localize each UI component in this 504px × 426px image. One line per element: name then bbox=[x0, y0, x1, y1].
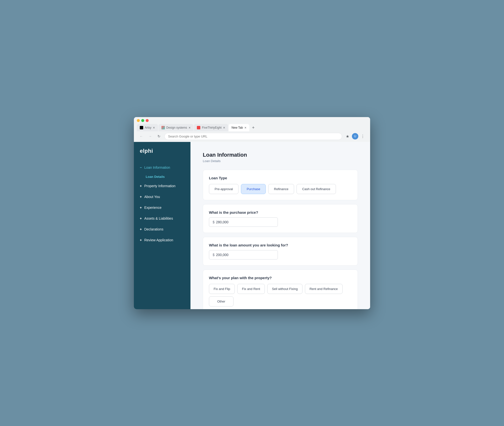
loan-information-icon: − bbox=[140, 166, 142, 169]
sidebar: elphi − Loan Information Loan Details + … bbox=[134, 142, 190, 309]
loan-amount-label: What is the loan amount you are looking … bbox=[209, 243, 352, 247]
sidebar-experience-label: Experience bbox=[144, 206, 161, 210]
purchase-price-label: What is the purchase price? bbox=[209, 210, 352, 214]
review-application-icon: + bbox=[140, 238, 142, 242]
sidebar-item-experience[interactable]: + Experience bbox=[134, 202, 190, 213]
sidebar-nav: − Loan Information Loan Details + Proper… bbox=[134, 162, 190, 309]
fivethirtyeight-favicon bbox=[197, 126, 200, 129]
sidebar-review-application-label: Review Application bbox=[144, 238, 173, 242]
design-favicon bbox=[161, 126, 165, 129]
sidebar-item-review-application[interactable]: + Review Application bbox=[134, 235, 190, 245]
tab-artsy-label: Artsy bbox=[145, 126, 151, 129]
menu-button[interactable]: ⋮ bbox=[359, 133, 366, 140]
plan-fix-and-flip[interactable]: Fix and Flip bbox=[209, 284, 235, 294]
sidebar-item-property-information[interactable]: + Property Information bbox=[134, 181, 190, 191]
forward-button[interactable]: → bbox=[147, 133, 154, 140]
property-plan-card: What's your plan with the property? Fix … bbox=[203, 270, 358, 309]
address-input[interactable] bbox=[168, 135, 338, 138]
sidebar-loan-information-label: Loan Information bbox=[144, 166, 170, 169]
loan-type-cash-out-refinance[interactable]: Cash out Refinance bbox=[297, 184, 336, 194]
toolbar-right: ★ U ⋮ bbox=[344, 133, 366, 140]
about-you-icon: + bbox=[140, 195, 142, 199]
browser-chrome: Artsy × Design systems × FiveThirtyEight… bbox=[134, 117, 370, 142]
loan-amount-card: What is the loan amount you are looking … bbox=[203, 237, 358, 266]
maximize-button[interactable] bbox=[141, 119, 144, 122]
tab-newtab-label: New Tab bbox=[232, 126, 243, 129]
sidebar-item-loan-information[interactable]: − Loan Information bbox=[134, 162, 190, 173]
reload-button[interactable]: ↻ bbox=[156, 133, 162, 140]
loan-type-purchase[interactable]: Purchase bbox=[241, 184, 266, 194]
tab-fivethirtyeight-label: FiveThirtyEight bbox=[202, 126, 221, 129]
sidebar-item-loan-details[interactable]: Loan Details bbox=[134, 173, 190, 181]
sidebar-property-information-label: Property Information bbox=[144, 184, 175, 188]
loan-type-grid: Pre-approval Purchase Refinance Cash out… bbox=[209, 184, 352, 194]
loan-type-refinance[interactable]: Refinance bbox=[268, 184, 294, 194]
plan-other[interactable]: Other bbox=[209, 296, 234, 306]
sidebar-about-you-label: About You bbox=[144, 195, 160, 199]
minimize-button[interactable] bbox=[137, 119, 140, 122]
plan-fix-and-rent[interactable]: Fix and Rent bbox=[237, 284, 265, 294]
purchase-price-input-wrapper[interactable]: $ bbox=[209, 217, 278, 227]
close-button[interactable] bbox=[146, 119, 149, 122]
tab-artsy[interactable]: Artsy × bbox=[137, 124, 158, 131]
property-plan-label: What's your plan with the property? bbox=[209, 276, 352, 280]
address-bar[interactable] bbox=[164, 133, 342, 140]
tab-newtab-close[interactable]: × bbox=[244, 126, 246, 129]
loan-type-card: Loan Type Pre-approval Purchase Refinanc… bbox=[203, 170, 358, 200]
browser-window: Artsy × Design systems × FiveThirtyEight… bbox=[134, 117, 370, 309]
tab-design-close[interactable]: × bbox=[189, 126, 190, 129]
page-title: Loan Information bbox=[203, 152, 358, 158]
bookmark-button[interactable]: ★ bbox=[344, 133, 351, 140]
plan-rent-and-refinance[interactable]: Rent and Refinance bbox=[305, 284, 343, 294]
app-layout: elphi − Loan Information Loan Details + … bbox=[134, 142, 370, 309]
main-content: Loan Information Loan Details Loan Type … bbox=[190, 142, 370, 309]
plan-sell-without-fixing[interactable]: Sell without Fixing bbox=[267, 284, 302, 294]
tab-design-systems[interactable]: Design systems × bbox=[158, 124, 194, 131]
experience-icon: + bbox=[140, 206, 142, 210]
purchase-price-card: What is the purchase price? $ bbox=[203, 204, 358, 233]
tab-newtab[interactable]: New Tab × bbox=[229, 124, 250, 131]
new-tab-button[interactable]: + bbox=[250, 124, 257, 131]
sidebar-assets-liabilities-label: Assets & Liabilities bbox=[144, 216, 173, 220]
loan-type-label: Loan Type bbox=[209, 176, 352, 180]
loan-amount-input-wrapper[interactable]: $ bbox=[209, 250, 278, 259]
assets-liabilities-icon: + bbox=[140, 216, 142, 220]
browser-controls bbox=[137, 119, 367, 122]
purchase-price-input[interactable] bbox=[216, 220, 274, 224]
tabs-bar: Artsy × Design systems × FiveThirtyEight… bbox=[137, 124, 367, 131]
tab-design-label: Design systems bbox=[166, 126, 187, 129]
property-information-icon: + bbox=[140, 184, 142, 188]
property-plan-grid: Fix and Flip Fix and Rent Sell without F… bbox=[209, 284, 352, 306]
sidebar-logo: elphi bbox=[134, 142, 190, 162]
user-avatar[interactable]: U bbox=[352, 133, 358, 139]
loan-amount-input[interactable] bbox=[216, 253, 274, 257]
artsy-favicon bbox=[140, 126, 143, 129]
tab-fivethirtyeight[interactable]: FiveThirtyEight × bbox=[194, 124, 228, 131]
back-button[interactable]: ← bbox=[138, 133, 145, 140]
purchase-price-dollar-sign: $ bbox=[213, 220, 215, 224]
window-buttons bbox=[137, 119, 149, 122]
tab-artsy-close[interactable]: × bbox=[153, 126, 155, 129]
sidebar-item-declarations[interactable]: + Declarations bbox=[134, 224, 190, 235]
sidebar-item-about-you[interactable]: + About You bbox=[134, 191, 190, 202]
tab-fivethirtyeight-close[interactable]: × bbox=[223, 126, 225, 129]
loan-type-pre-approval[interactable]: Pre-approval bbox=[209, 184, 238, 194]
sidebar-declarations-label: Declarations bbox=[144, 227, 163, 231]
page-subtitle: Loan Details bbox=[203, 159, 358, 163]
declarations-icon: + bbox=[140, 227, 142, 231]
loan-amount-dollar-sign: $ bbox=[213, 253, 215, 257]
sidebar-item-assets-liabilities[interactable]: + Assets & Liabilities bbox=[134, 213, 190, 224]
address-bar-row: ← → ↻ ★ U ⋮ bbox=[137, 131, 367, 142]
